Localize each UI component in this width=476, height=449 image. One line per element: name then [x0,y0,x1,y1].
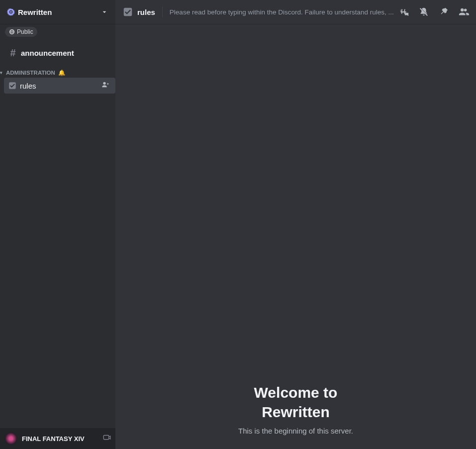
rules-check-icon [8,81,17,90]
channel-announcement[interactable]: # announcement [4,44,111,62]
category-label: ADMINISTRATION [6,70,55,76]
hash-icon: # [8,47,18,59]
server-header[interactable]: Rewritten [0,0,115,24]
members-icon[interactable] [458,6,469,17]
globe-icon [9,29,15,35]
main-area: rules Please read before typing within t… [115,0,476,449]
threads-icon[interactable] [398,6,409,17]
chevron-down-icon: ▾ [0,70,5,75]
channel-content: Welcome to Rewritten This is the beginni… [115,24,476,449]
public-badge-text: Public [17,28,33,35]
top-channel-name: rules [137,8,155,16]
server-header-title: Rewritten [7,8,52,16]
rules-check-icon [122,6,133,17]
welcome-line2: Rewritten [254,402,338,422]
server-name: Rewritten [18,8,52,16]
svg-point-1 [10,11,12,13]
top-actions [398,6,469,17]
public-badge[interactable]: Public [5,27,37,37]
server-verified-icon [7,8,15,16]
channel-list: # announcement ▾ ADMINISTRATION 🔔 rules [0,37,115,428]
sidebar-footer: FINAL FANTASY XIV [0,428,115,449]
channel-label: rules [20,82,98,90]
add-user-icon[interactable] [101,81,111,91]
stream-icon[interactable] [102,433,111,444]
welcome-line1: Welcome to [254,383,338,402]
game-name: FINAL FANTASY XIV [22,435,98,443]
svg-rect-3 [103,436,109,440]
chevron-down-icon [100,8,108,16]
category-administration[interactable]: ▾ ADMINISTRATION 🔔 [0,62,115,77]
mute-icon[interactable] [418,6,429,17]
pin-icon[interactable] [438,6,449,17]
channel-sidebar: Rewritten Public # announcement ▾ ADMINI… [0,0,115,449]
top-channel-description[interactable]: Please read before typing within the Dis… [170,8,394,16]
channel-rules[interactable]: rules [4,78,115,94]
welcome-subtitle: This is the beginning of this server. [238,427,353,435]
bell-icon: 🔔 [58,69,65,76]
welcome-title: Welcome to Rewritten [254,383,338,422]
top-bar: rules Please read before typing within t… [115,0,476,24]
game-avatar[interactable] [4,432,18,446]
divider [162,6,163,17]
channel-label: announcement [21,49,107,57]
